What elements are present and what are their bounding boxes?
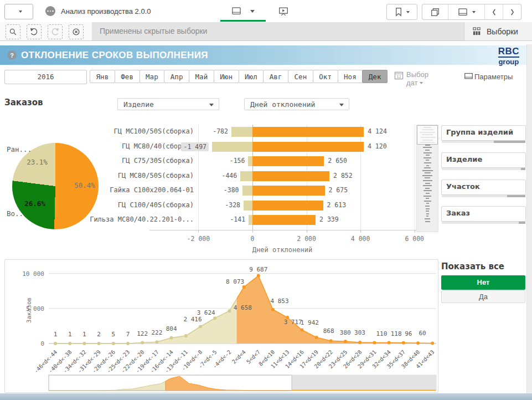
month-button-4[interactable]: Апр [164,70,189,83]
filter-box-scroll-track[interactable] [442,222,525,224]
month-button-11[interactable]: Ноя [338,70,363,83]
bar-axis-tick-label: 6 000 [395,235,434,243]
smart-search-button[interactable] [6,24,20,39]
undo-icon [29,27,39,37]
bar-axis-line [149,230,416,230]
bar-negative[interactable] [249,215,252,225]
bar-axis-tick [198,230,199,233]
sheet-chevron-down-icon[interactable] [250,10,255,13]
minimap-bar [425,172,431,173]
filter-box-scroll-track[interactable] [442,141,525,143]
filter-box-label: Группа изделий [446,128,513,136]
measure-dropdown-days[interactable]: Дней отклонений [244,98,349,110]
minimap-bar [423,152,432,153]
bar-negative[interactable] [240,171,252,181]
redo-icon [50,27,60,37]
date-picker[interactable]: 12 Выбор дат [394,70,428,87]
month-button-2[interactable]: Фев [115,70,140,83]
filter-box-scroll-track[interactable] [442,168,525,170]
step-back-button[interactable] [27,24,42,39]
filter-box-scroll-thumb[interactable] [519,222,525,224]
rbc-group-logo: RBC group [498,47,519,65]
minimap-bar [423,147,432,148]
bar-positive[interactable] [252,186,325,196]
month-button-8[interactable]: Авг [263,70,288,83]
pie-slice-label: Ран... [7,145,32,153]
bar-positive[interactable] [252,215,316,225]
dimension-dropdown-product[interactable]: Изделие [117,98,219,110]
month-button-6[interactable]: Июн [214,70,239,83]
month-button-1[interactable]: Янв [90,70,115,83]
next-sheet-button[interactable] [503,4,521,19]
minimap-bar [425,183,430,184]
bar-axis-tick [307,230,307,233]
show-all-yes-button[interactable]: Да [441,290,525,303]
bar-positive[interactable] [252,127,364,137]
help-icon[interactable]: ? [7,50,17,60]
app-icon[interactable] [45,6,55,16]
filter-box-label: Участок [446,182,480,191]
month-button-10[interactable]: Окт [313,70,338,83]
filter-box-scroll-track[interactable] [442,195,525,197]
month-button-7[interactable]: Июл [239,70,264,83]
month-button-9[interactable]: Сен [288,70,313,83]
bar-negative[interactable] [244,201,252,211]
page-scrollbar[interactable] [526,44,532,393]
parameters-button[interactable]: Параметры [464,72,513,81]
global-menu-button[interactable] [4,4,33,19]
date-picker-label: Выбор дат [406,70,428,87]
filter-box-2[interactable]: Изделие [441,152,526,168]
bar-negative-value: -446 [222,172,237,180]
bar-negative-value: -1 497 [181,142,209,151]
sheet-list-button[interactable] [448,4,485,19]
bar-positive[interactable] [252,156,324,166]
minimap-bar [423,190,432,191]
minimap-bar [425,150,430,151]
year-filter[interactable]: 2016 [4,70,87,84]
sheet-title-banner: ? ОТКЛОНЕНИЕ СРОКОВ ВЫПОЛНЕНИЯ RBC group [0,45,527,65]
bar-negative[interactable] [248,156,252,166]
month-button-3[interactable]: Мар [140,70,165,83]
month-button-5[interactable]: Май [189,70,214,83]
filter-box-4[interactable]: Заказ [441,206,526,222]
presentation-icon[interactable] [278,6,289,19]
filter-box-label: Заказ [446,209,470,217]
bookmark-button[interactable] [386,4,417,20]
bar-negative[interactable] [231,127,252,137]
duplicate-sheet-button[interactable] [422,4,448,19]
minimap-bar [425,206,430,207]
show-all-no-button[interactable]: Нет [441,275,525,290]
clear-selections-button[interactable] [69,24,84,39]
filter-box-scroll-thumb[interactable] [494,141,525,143]
filter-box-scroll-thumb[interactable] [521,168,525,170]
app-title: Анализ производства 2.0.0 [61,7,151,16]
filter-box-3[interactable]: Участок [441,180,526,195]
bar-negative-value: -141 [230,216,245,223]
filter-box-1[interactable]: Группа изделий [441,125,526,141]
filter-box-scroll-thumb[interactable] [507,195,525,197]
bar-positive[interactable] [252,142,364,152]
bar-positive[interactable] [252,201,323,211]
bar-negative[interactable] [212,142,252,152]
minimap-window[interactable] [417,125,438,145]
dashboard: Анализ производства 2.0.0 [0,0,532,400]
chevron-down-icon [209,104,214,106]
minimap-bar [425,145,430,146]
bar-x-axis-title: Дней отклонений [221,246,343,254]
bar-chart-scroll-minimap[interactable] [416,125,438,232]
orders-section-title: Заказов [4,98,43,107]
bar-axis-tick [252,230,253,233]
minimap-bar [422,175,432,176]
bar-positive[interactable] [252,171,329,181]
minimap-bar [426,160,429,161]
sheet-icon[interactable] [231,7,241,18]
step-forward-button[interactable] [48,24,63,39]
minimap-bar [425,221,430,222]
selections-panel-toggle[interactable]: Выборки [464,22,532,40]
bar-negative[interactable] [242,186,253,196]
prev-sheet-button[interactable] [484,4,503,19]
calendar-icon: 12 [394,71,404,80]
minimap-bar [423,196,431,197]
month-button-12[interactable]: Дек [362,70,388,83]
chevron-down-icon [19,11,22,13]
